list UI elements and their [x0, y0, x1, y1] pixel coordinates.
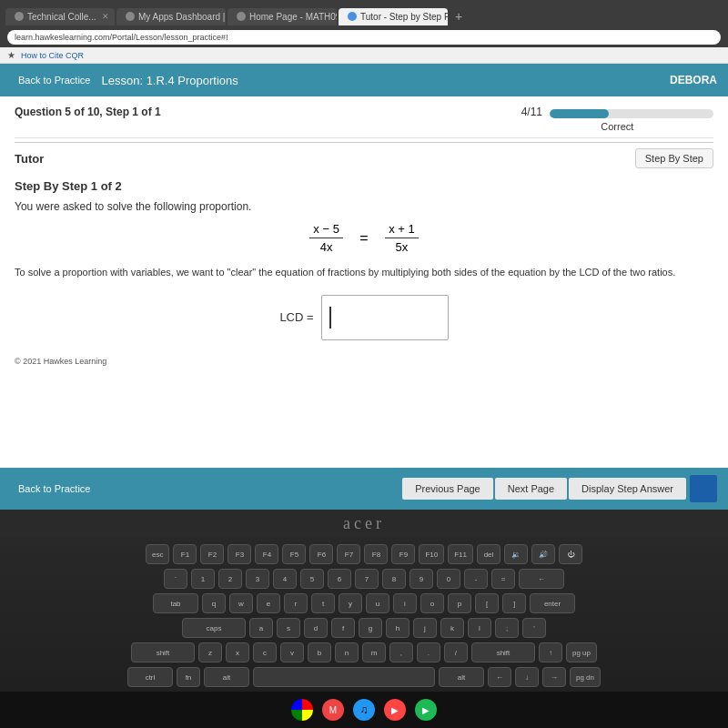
- taskbar-play-icon[interactable]: ▶: [415, 699, 437, 721]
- key-0[interactable]: 0: [437, 569, 460, 589]
- bookmark-label[interactable]: How to Cite CQR: [21, 51, 84, 60]
- step-by-step-btn[interactable]: Step By Step: [635, 148, 713, 168]
- key-a[interactable]: a: [249, 618, 273, 638]
- key-3[interactable]: 3: [246, 569, 269, 589]
- key-f9[interactable]: F9: [391, 544, 415, 564]
- key-bracket-l[interactable]: [: [475, 593, 499, 613]
- tab-4-active[interactable]: Tutor - Step by Step Page 1 of 2 ✕: [339, 8, 448, 25]
- key-fn[interactable]: fn: [177, 667, 200, 687]
- key-bracket-r[interactable]: ]: [502, 593, 526, 613]
- key-v[interactable]: v: [280, 642, 304, 662]
- key-x[interactable]: x: [226, 642, 249, 662]
- key-f5[interactable]: F5: [282, 544, 306, 564]
- key-i[interactable]: i: [393, 593, 417, 613]
- key-arrow-up[interactable]: ↑: [539, 642, 562, 662]
- taskbar-music-icon[interactable]: ♫: [353, 699, 375, 721]
- key-f11[interactable]: F11: [448, 544, 473, 564]
- key-j[interactable]: j: [413, 618, 437, 638]
- key-period[interactable]: .: [417, 642, 440, 662]
- key-equals[interactable]: =: [491, 569, 515, 589]
- tab-1-close[interactable]: ✕: [102, 12, 109, 21]
- key-f1[interactable]: F1: [173, 544, 197, 564]
- key-vol-up[interactable]: 🔊: [531, 544, 555, 564]
- key-caps[interactable]: caps: [182, 618, 246, 638]
- key-enter[interactable]: enter: [530, 593, 575, 613]
- key-q[interactable]: q: [202, 593, 226, 613]
- key-s[interactable]: s: [277, 618, 300, 638]
- key-2[interactable]: 2: [218, 569, 242, 589]
- key-d[interactable]: d: [304, 618, 328, 638]
- display-step-answer-btn[interactable]: Display Step Answer: [569, 478, 686, 500]
- key-arrow-right[interactable]: →: [542, 667, 566, 687]
- new-tab-btn[interactable]: +: [455, 9, 462, 24]
- key-power[interactable]: ⏻: [559, 544, 582, 564]
- key-arrow-left[interactable]: ←: [488, 667, 511, 687]
- key-space[interactable]: [253, 667, 435, 687]
- lcd-input-box[interactable]: [321, 295, 449, 340]
- key-minus[interactable]: -: [464, 569, 488, 589]
- key-f[interactable]: f: [331, 618, 355, 638]
- key-t[interactable]: t: [311, 593, 335, 613]
- key-pgup[interactable]: pg up: [566, 642, 597, 662]
- key-quote[interactable]: ': [522, 618, 546, 638]
- key-shift-l[interactable]: shift: [131, 642, 195, 662]
- key-5[interactable]: 5: [300, 569, 324, 589]
- key-ctrl-l[interactable]: ctrl: [127, 667, 173, 687]
- key-6[interactable]: 6: [328, 569, 351, 589]
- key-backtick[interactable]: `: [164, 569, 187, 589]
- tab-2[interactable]: My Apps Dashboard | Lanier Te... ✕: [116, 8, 226, 25]
- key-p[interactable]: p: [448, 593, 471, 613]
- address-bar[interactable]: learn.hawkeslearning.com/Portal/Lesson/l…: [7, 30, 721, 45]
- key-f4[interactable]: F4: [255, 544, 278, 564]
- key-h[interactable]: h: [386, 618, 410, 638]
- key-z[interactable]: z: [198, 642, 222, 662]
- key-pgdn[interactable]: pg dn: [570, 667, 601, 687]
- key-9[interactable]: 9: [410, 569, 433, 589]
- key-8[interactable]: 8: [382, 569, 406, 589]
- key-r[interactable]: r: [284, 593, 308, 613]
- key-f2[interactable]: F2: [200, 544, 224, 564]
- key-f7[interactable]: F7: [337, 544, 360, 564]
- key-f6[interactable]: F6: [309, 544, 333, 564]
- key-y[interactable]: y: [339, 593, 362, 613]
- key-k[interactable]: k: [440, 618, 464, 638]
- blue-action-btn[interactable]: [690, 475, 717, 502]
- key-l[interactable]: l: [468, 618, 491, 638]
- key-del[interactable]: del: [477, 544, 500, 564]
- key-alt-l[interactable]: alt: [204, 667, 249, 687]
- key-slash[interactable]: /: [444, 642, 468, 662]
- key-vol-down[interactable]: 🔉: [504, 544, 528, 564]
- key-c[interactable]: c: [253, 642, 277, 662]
- key-1[interactable]: 1: [191, 569, 215, 589]
- key-n[interactable]: n: [335, 642, 359, 662]
- tab-3[interactable]: Home Page - MATH0911B Su... ✕: [228, 8, 337, 25]
- key-semicolon[interactable]: ;: [495, 618, 519, 638]
- key-u[interactable]: u: [366, 593, 389, 613]
- bottom-back-to-practice-btn[interactable]: Back to Practice: [11, 480, 97, 498]
- tab-1[interactable]: Technical Colle... ✕: [5, 8, 115, 25]
- key-f8[interactable]: F8: [364, 544, 388, 564]
- taskbar-chrome-icon[interactable]: [291, 699, 313, 721]
- key-f3[interactable]: F3: [228, 544, 251, 564]
- key-shift-r[interactable]: shift: [471, 642, 535, 662]
- taskbar-gmail-icon[interactable]: M: [322, 699, 344, 721]
- previous-page-btn[interactable]: Previous Page: [402, 478, 493, 500]
- key-m[interactable]: m: [362, 642, 386, 662]
- key-backspace[interactable]: ←: [519, 569, 564, 589]
- key-o[interactable]: o: [420, 593, 444, 613]
- key-alt-r[interactable]: alt: [439, 667, 484, 687]
- key-4[interactable]: 4: [273, 569, 297, 589]
- next-page-btn[interactable]: Next Page: [495, 478, 567, 500]
- key-esc[interactable]: esc: [146, 544, 169, 564]
- key-e[interactable]: e: [257, 593, 280, 613]
- taskbar-video-icon[interactable]: ▶: [384, 699, 406, 721]
- key-tab[interactable]: tab: [153, 593, 198, 613]
- key-f10[interactable]: F10: [419, 544, 444, 564]
- key-arrow-down[interactable]: ↓: [515, 667, 539, 687]
- key-g[interactable]: g: [359, 618, 382, 638]
- key-7[interactable]: 7: [355, 569, 379, 589]
- key-comma[interactable]: ,: [389, 642, 413, 662]
- key-w[interactable]: w: [229, 593, 253, 613]
- key-b[interactable]: b: [308, 642, 331, 662]
- header-back-to-practice-btn[interactable]: Back to Practice: [11, 71, 97, 89]
